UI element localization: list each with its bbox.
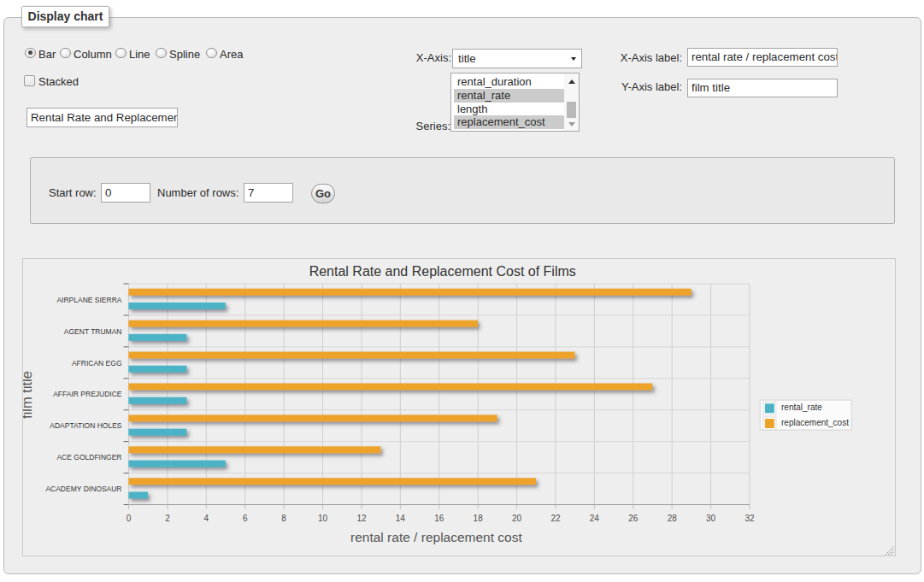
svg-text:Rental Rate and Replacement Co: Rental Rate and Replacement Cost of Film… — [309, 264, 576, 279]
svg-text:28: 28 — [668, 514, 678, 523]
svg-text:26: 26 — [628, 514, 639, 523]
svg-text:rental rate / replacement cost: rental rate / replacement cost — [350, 530, 522, 544]
svg-text:AFFAIR PREJUDICE: AFFAIR PREJUDICE — [53, 390, 122, 398]
svg-text:ACE GOLDFINGER: ACE GOLDFINGER — [56, 453, 121, 461]
svg-text:18: 18 — [474, 514, 484, 523]
svg-text:32: 32 — [744, 514, 755, 523]
svg-text:12: 12 — [356, 514, 367, 523]
svg-text:AFRICAN EGG: AFRICAN EGG — [72, 359, 122, 367]
svg-text:24: 24 — [590, 514, 600, 523]
svg-text:2: 2 — [165, 514, 170, 523]
svg-text:film title: film title — [23, 371, 34, 419]
svg-text:20: 20 — [512, 514, 522, 523]
svg-text:ACADEMY DINOSAUR: ACADEMY DINOSAUR — [45, 485, 121, 493]
svg-text:0: 0 — [127, 514, 132, 523]
svg-text:14: 14 — [396, 514, 406, 523]
svg-text:22: 22 — [550, 514, 561, 523]
svg-text:16: 16 — [434, 514, 444, 523]
svg-text:AIRPLANE SIERRA: AIRPLANE SIERRA — [56, 296, 121, 304]
svg-text:10: 10 — [318, 514, 328, 523]
svg-text:4: 4 — [204, 514, 209, 523]
svg-text:6: 6 — [243, 514, 248, 523]
svg-text:rental_rate: rental_rate — [781, 403, 822, 412]
svg-text:30: 30 — [706, 514, 716, 523]
svg-text:8: 8 — [281, 514, 286, 523]
svg-text:ADAPTATION HOLES: ADAPTATION HOLES — [50, 421, 122, 430]
svg-text:replacement_cost: replacement_cost — [781, 418, 849, 427]
svg-text:AGENT TRUMAN: AGENT TRUMAN — [64, 327, 122, 336]
